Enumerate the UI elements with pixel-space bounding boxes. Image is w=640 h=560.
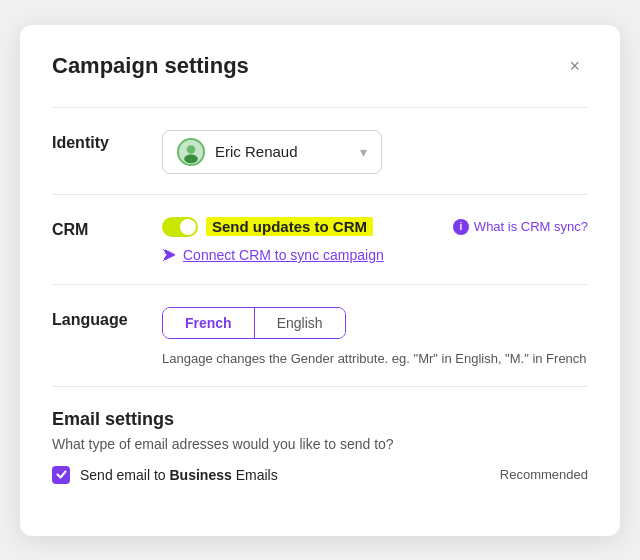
crm-left: Send updates to CRM	[162, 217, 373, 237]
identity-section: Identity Eric Renaud ▾	[52, 107, 588, 194]
email-settings-section: Email settings What type of email adress…	[52, 386, 588, 504]
svg-point-1	[187, 145, 196, 154]
language-content: French English Langage changes the Gende…	[162, 307, 588, 366]
language-french-button[interactable]: French	[163, 308, 255, 338]
email-option-text: Send email to Business Emails	[80, 467, 278, 483]
email-bold: Business	[170, 467, 232, 483]
identity-label: Identity	[52, 130, 162, 152]
identity-row: Identity Eric Renaud ▾	[52, 130, 588, 174]
language-english-button[interactable]: English	[255, 308, 345, 338]
crm-toggle-area: Send updates to CRM	[162, 217, 373, 237]
crm-toggle-label: Send updates to CRM	[206, 217, 373, 236]
close-button[interactable]: ×	[561, 53, 588, 79]
connect-text: Connect CRM to sync campaign	[183, 247, 384, 263]
connect-icon: ⮞	[162, 247, 177, 264]
language-toggle-group: French English	[162, 307, 346, 339]
info-icon: i	[453, 219, 469, 235]
crm-what-is-link[interactable]: i What is CRM sync?	[453, 219, 588, 235]
identity-inner: Eric Renaud	[177, 138, 298, 166]
chevron-down-icon: ▾	[360, 144, 367, 160]
identity-name: Eric Renaud	[215, 143, 298, 160]
email-option-row: Send email to Business Emails Recommende…	[52, 466, 588, 484]
email-settings-description: What type of email adresses would you li…	[52, 436, 588, 452]
language-row: Language French English Langage changes …	[52, 307, 588, 366]
crm-label: CRM	[52, 217, 162, 239]
crm-toggle-row: Send updates to CRM i What is CRM sync?	[162, 217, 588, 237]
svg-point-2	[184, 154, 198, 163]
email-prefix: Send email to	[80, 467, 170, 483]
campaign-settings-modal: Campaign settings × Identity	[20, 25, 620, 536]
language-section: Language French English Langage changes …	[52, 284, 588, 386]
crm-row: CRM Send updates to CRM i What is CRM sy	[52, 217, 588, 264]
crm-what-is-label: What is CRM sync?	[474, 219, 588, 234]
email-settings-title: Email settings	[52, 409, 588, 430]
crm-content: Send updates to CRM i What is CRM sync? …	[162, 217, 588, 264]
crm-section: CRM Send updates to CRM i What is CRM sy	[52, 194, 588, 284]
toggle-knob	[180, 219, 196, 235]
email-option-left: Send email to Business Emails	[52, 466, 278, 484]
avatar-icon	[179, 138, 203, 166]
modal-title: Campaign settings	[52, 53, 249, 79]
language-description: Langage changes the Gender attribute. eg…	[162, 351, 588, 366]
business-email-checkbox[interactable]	[52, 466, 70, 484]
email-suffix: Emails	[232, 467, 278, 483]
recommended-badge: Recommended	[500, 467, 588, 482]
crm-toggle-switch[interactable]	[162, 217, 198, 237]
modal-header: Campaign settings ×	[52, 53, 588, 79]
identity-dropdown[interactable]: Eric Renaud ▾	[162, 130, 382, 174]
language-label: Language	[52, 307, 162, 329]
checkmark-icon	[56, 469, 67, 480]
identity-content: Eric Renaud ▾	[162, 130, 588, 174]
avatar	[177, 138, 205, 166]
crm-connect-link[interactable]: ⮞ Connect CRM to sync campaign	[162, 247, 588, 264]
